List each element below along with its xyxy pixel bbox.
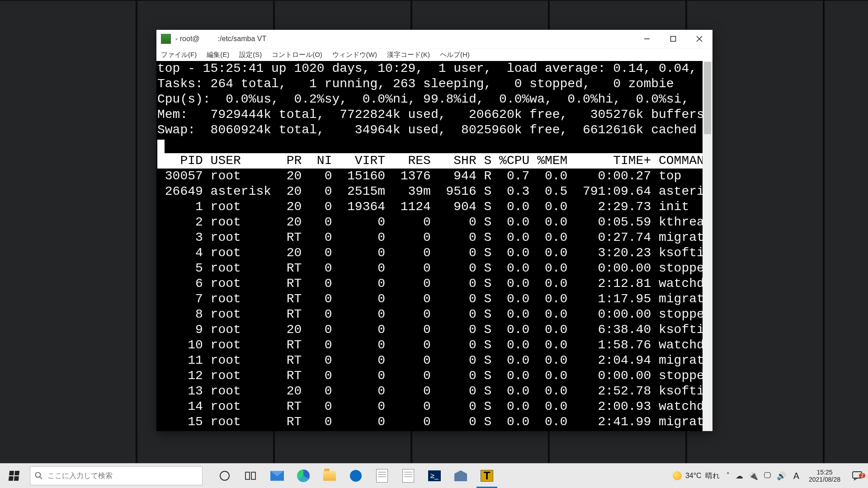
menu-bar: ファイル(F) 編集(E) 設定(S) コントロール(O) ウィンドウ(W) 漢… xyxy=(156,48,712,61)
menu-help[interactable]: ヘルプ(H) xyxy=(438,50,472,60)
search-icon xyxy=(35,472,43,480)
window-titlebar[interactable]: - root@ :/etc/samba VT xyxy=(156,30,712,48)
menu-edit[interactable]: 編集(E) xyxy=(205,50,231,60)
window-title-left: - root@ xyxy=(175,35,218,43)
weather-text: 晴れ xyxy=(705,471,720,481)
dell-icon xyxy=(350,470,362,482)
tray-volume-icon[interactable]: 🔊 xyxy=(777,471,786,481)
notification-count: 2 xyxy=(859,473,865,478)
system-tray: 34°C 晴れ ˄ ☁ 🔌 🖵 🔊 A 15:25 2021/08/28 2 xyxy=(673,464,868,488)
search-placeholder: ここに入力して検索 xyxy=(47,471,113,481)
weather-temp: 34°C xyxy=(685,472,702,480)
mail-icon xyxy=(270,471,284,481)
task-view-button[interactable] xyxy=(238,464,264,488)
ime-indicator[interactable]: A xyxy=(793,471,799,481)
taskbar-app-mail[interactable] xyxy=(264,464,290,488)
tray-power-icon[interactable]: 🔌 xyxy=(749,471,758,481)
teraterm-taskbar-icon: T xyxy=(481,470,493,482)
powershell-icon: ≥_ xyxy=(428,470,441,481)
weather-icon xyxy=(673,471,682,480)
close-button[interactable] xyxy=(686,30,712,48)
svg-rect-7 xyxy=(245,472,250,479)
menu-file[interactable]: ファイル(F) xyxy=(159,50,198,60)
svg-point-6 xyxy=(220,471,229,480)
taskbar-app-notepad[interactable] xyxy=(369,464,395,488)
taskbar-weather[interactable]: 34°C 晴れ xyxy=(673,471,720,481)
taskbar-clock[interactable]: 15:25 2021/08/28 xyxy=(803,469,846,483)
services-icon xyxy=(454,470,467,481)
svg-rect-1 xyxy=(671,37,676,42)
minimize-button[interactable] xyxy=(634,30,660,48)
scrollbar-thumb[interactable] xyxy=(704,62,711,134)
menu-window[interactable]: ウィンドウ(W) xyxy=(330,50,379,60)
svg-rect-8 xyxy=(251,472,255,479)
menu-setup[interactable]: 設定(S) xyxy=(237,50,264,60)
folder-icon xyxy=(323,471,336,481)
menu-control[interactable]: コントロール(O) xyxy=(270,50,324,60)
taskbar-app-services[interactable] xyxy=(448,464,474,488)
tray-display-icon[interactable]: 🖵 xyxy=(764,471,771,480)
taskbar-app-dell[interactable] xyxy=(343,464,369,488)
taskbar-app-explorer[interactable] xyxy=(316,464,343,488)
taskbar-app-notepad2[interactable] xyxy=(395,464,421,488)
cortana-button[interactable] xyxy=(212,464,238,488)
taskbar-app-edge[interactable] xyxy=(290,464,316,488)
window-title-right: :/etc/samba VT xyxy=(218,35,285,43)
taskbar-pinned: ≥_ T xyxy=(212,464,500,488)
taskbar-search[interactable]: ここに入力して検索 xyxy=(30,466,203,485)
tray-overflow-icon[interactable]: ˄ xyxy=(726,471,730,481)
taskbar: ここに入力して検索 ≥_ T 34°C 晴れ ˄ ☁ 🔌 🖵 🔊 A 15:25… xyxy=(0,463,868,488)
taskbar-app-powershell[interactable]: ≥_ xyxy=(421,464,448,488)
maximize-button[interactable] xyxy=(660,30,686,48)
clock-time: 15:25 xyxy=(816,469,832,476)
taskbar-app-teraterm[interactable]: T xyxy=(474,464,500,488)
clock-date: 2021/08/28 xyxy=(809,476,840,483)
edge-icon xyxy=(297,469,310,482)
menu-kanji[interactable]: 漢字コード(K) xyxy=(385,50,432,60)
terminal-output[interactable]: top - 15:25:41 up 1020 days, 10:29, 1 us… xyxy=(156,61,703,431)
tray-onedrive-icon[interactable]: ☁ xyxy=(736,471,743,481)
teraterm-icon xyxy=(161,34,171,44)
notepad2-icon xyxy=(402,469,414,483)
terminal-window: - root@ :/etc/samba VT ファイル(F) 編集(E) 設定(… xyxy=(156,30,712,431)
terminal-scrollbar[interactable] xyxy=(703,61,712,431)
windows-icon xyxy=(9,471,19,481)
start-button[interactable] xyxy=(0,464,28,488)
svg-point-4 xyxy=(36,473,41,478)
action-center-button[interactable]: 2 xyxy=(846,471,868,481)
svg-line-5 xyxy=(40,477,42,479)
notepad-icon xyxy=(376,469,388,483)
